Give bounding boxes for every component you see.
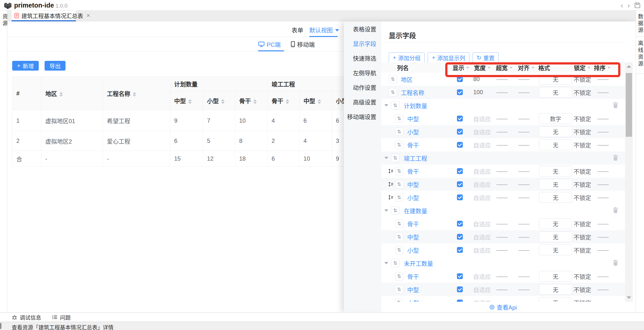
overwide-value[interactable]: —— xyxy=(496,128,507,135)
fields-header-dropdown[interactable]: 超宽 xyxy=(496,62,512,72)
format-select[interactable]: 无 xyxy=(539,87,572,98)
problems-item[interactable]: 问题 xyxy=(52,313,71,321)
field-name-link[interactable]: 骨干 xyxy=(407,141,419,149)
format-select[interactable]: 无 xyxy=(539,297,572,302)
format-select[interactable]: 无 xyxy=(539,126,572,137)
delete-icon[interactable] xyxy=(612,102,619,109)
nav-forward-icon[interactable]: › xyxy=(628,0,630,11)
display-checkbox[interactable] xyxy=(457,234,463,240)
width-value[interactable]: 自适应 xyxy=(473,114,491,123)
sort-value[interactable]: —— xyxy=(598,141,608,148)
settings-menu-item[interactable]: 表格设置 xyxy=(344,22,381,37)
display-checkbox[interactable] xyxy=(457,116,463,121)
overwide-value[interactable]: —— xyxy=(496,194,507,201)
settings-menu-item[interactable]: 高级设置 xyxy=(344,95,381,110)
align-value[interactable]: —— xyxy=(518,115,529,122)
field-convert-button[interactable]: ⇅ xyxy=(395,167,403,175)
display-checkbox[interactable] xyxy=(457,181,463,187)
group-name-link[interactable]: 未开工数量 xyxy=(404,259,433,268)
align-value[interactable]: —— xyxy=(518,128,529,135)
align-value[interactable]: —— xyxy=(518,299,529,302)
format-select[interactable]: 无 xyxy=(539,271,572,282)
sort-arrows-icon[interactable] xyxy=(221,99,224,104)
overwide-value[interactable]: —— xyxy=(496,299,507,302)
align-value[interactable]: —— xyxy=(518,247,529,253)
width-value[interactable]: 自适应 xyxy=(473,285,491,294)
settings-menu-item[interactable]: 左侧导航 xyxy=(344,66,381,80)
field-convert-button[interactable]: ⇅ xyxy=(395,193,403,202)
group-name-link[interactable]: 在建数量 xyxy=(404,206,427,215)
overwide-value[interactable]: —— xyxy=(496,168,507,174)
align-value[interactable]: —— xyxy=(518,141,529,148)
width-value[interactable]: 自适应 xyxy=(473,220,491,228)
field-convert-button[interactable]: ⇅ xyxy=(395,233,403,241)
align-value[interactable]: —— xyxy=(518,273,529,280)
sidebar-tab-datasource[interactable]: 数据源 xyxy=(636,11,644,36)
format-select[interactable]: 无 xyxy=(539,231,572,242)
settings-menu-item[interactable]: 移动端设置 xyxy=(344,110,381,124)
lock-value[interactable]: 不锁定 xyxy=(574,272,591,281)
align-value[interactable]: —— xyxy=(518,233,529,240)
lock-value[interactable]: 不锁定 xyxy=(574,167,591,175)
fields-header-dropdown[interactable]: 锁定 xyxy=(574,62,590,72)
width-value[interactable]: 自适应 xyxy=(473,233,491,241)
format-select[interactable]: 无 xyxy=(539,74,572,84)
format-select[interactable]: 数字 xyxy=(539,113,572,124)
overwide-value[interactable]: —— xyxy=(496,220,507,227)
collapse-caret-icon[interactable] xyxy=(384,262,388,264)
group-name-link[interactable]: 竣工工程 xyxy=(404,154,427,162)
field-convert-button[interactable]: ⇅ xyxy=(395,298,403,302)
drag-sort-icon[interactable] xyxy=(388,195,394,200)
field-convert-button[interactable]: ⇅ xyxy=(395,180,403,188)
width-value[interactable]: 自适应 xyxy=(473,193,491,202)
overwide-value[interactable]: —— xyxy=(496,89,507,96)
align-value[interactable]: —— xyxy=(518,76,529,82)
sort-arrows-icon[interactable] xyxy=(318,99,321,104)
width-value[interactable]: 自适应 xyxy=(473,127,491,136)
field-convert-button[interactable]: ⇅ xyxy=(395,285,403,294)
tab-mobile[interactable]: 移动端 xyxy=(291,40,315,48)
format-select[interactable]: 无 xyxy=(539,179,572,190)
field-name-link[interactable]: 中型 xyxy=(407,180,419,189)
sort-value[interactable]: —— xyxy=(598,233,608,240)
align-value[interactable]: —— xyxy=(518,181,529,188)
overwide-value[interactable]: —— xyxy=(496,115,507,122)
field-convert-button[interactable]: ⇅ xyxy=(395,114,403,123)
display-checkbox[interactable] xyxy=(457,194,463,200)
field-name-link[interactable]: 工程名称 xyxy=(401,88,424,97)
sort-value[interactable]: —— xyxy=(598,194,608,201)
lock-value[interactable]: 不锁定 xyxy=(574,75,591,83)
drag-sort-icon[interactable] xyxy=(388,182,394,187)
add-group-button[interactable]: + 添加分组 xyxy=(389,52,424,63)
display-checkbox[interactable] xyxy=(457,300,463,302)
align-value[interactable]: —— xyxy=(518,168,529,174)
sort-arrows-icon[interactable] xyxy=(253,99,257,104)
sort-arrows-icon[interactable] xyxy=(286,99,289,104)
format-select[interactable]: 无 xyxy=(539,218,572,229)
lock-value[interactable]: 不锁定 xyxy=(574,141,591,149)
sort-value[interactable]: —— xyxy=(598,115,608,122)
display-checkbox[interactable] xyxy=(457,273,463,279)
sort-value[interactable]: —— xyxy=(598,128,608,135)
collapse-caret-icon[interactable] xyxy=(384,210,388,212)
field-name-link[interactable]: 小型 xyxy=(407,246,419,254)
field-name-link[interactable]: 中型 xyxy=(407,285,419,294)
lock-value[interactable]: 不锁定 xyxy=(574,114,591,123)
width-value[interactable]: 自适应 xyxy=(473,180,491,189)
width-value[interactable]: 自适应 xyxy=(473,141,491,149)
sort-value[interactable]: —— xyxy=(598,299,608,302)
display-checkbox[interactable] xyxy=(457,89,463,95)
format-select[interactable]: 无 xyxy=(539,192,572,203)
width-value[interactable]: 80 xyxy=(473,76,480,82)
field-convert-button[interactable]: ⇅ xyxy=(395,220,403,228)
sidebar-tab-offline-resources[interactable]: 离线资源 xyxy=(636,36,644,74)
align-value[interactable]: —— xyxy=(518,194,529,201)
sub-column-header[interactable]: 中型 xyxy=(170,91,203,110)
tab-form[interactable]: 表单 xyxy=(292,25,303,34)
fields-header-dropdown[interactable]: 排序 xyxy=(594,62,610,72)
tab-close-icon[interactable]: × xyxy=(86,12,90,19)
lock-value[interactable]: 不锁定 xyxy=(574,180,591,189)
field-name-link[interactable]: 中型 xyxy=(407,114,419,123)
field-name-link[interactable]: 骨干 xyxy=(407,272,419,281)
lock-value[interactable]: 不锁定 xyxy=(574,220,591,228)
